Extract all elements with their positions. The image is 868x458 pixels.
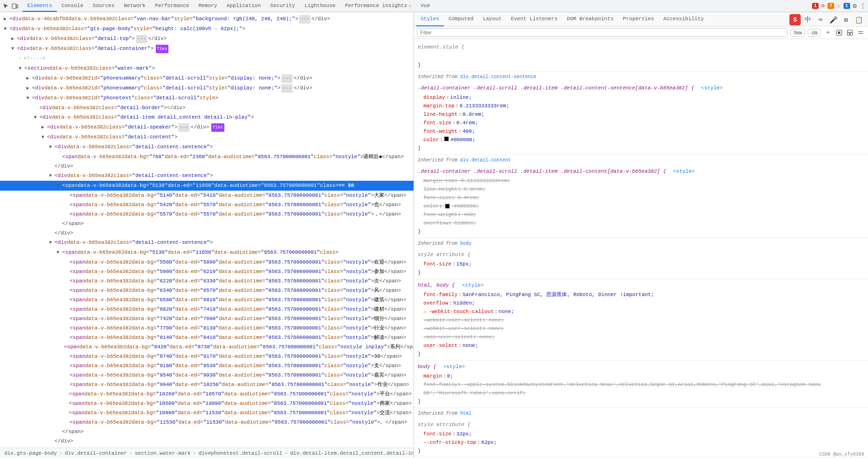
- add-style-icon[interactable]: +: [823, 28, 833, 37]
- expand-triangle[interactable]: ▶: [26, 74, 32, 83]
- html-line[interactable]: <span data-v-b65ea382 data-bg="5570" dat…: [0, 209, 414, 219]
- tab-network[interactable]: Network: [119, 0, 150, 12]
- toggle-icon[interactable]: [856, 28, 865, 37]
- html-line[interactable]: ▶ <div data-v-b65ea382 class="detail-spe…: [0, 122, 414, 132]
- html-line[interactable]: <span data-v-b65ea382 data-bg="10900" da…: [0, 408, 414, 418]
- html-line[interactable]: <span data-v-b65ea382 data-bg="6820" dat…: [0, 305, 414, 314]
- html-line[interactable]: <span data-v-b65ea382 data-bg="9540" dat…: [0, 370, 414, 380]
- styles-filter-input[interactable]: [417, 28, 788, 37]
- html-line[interactable]: ▶ <div data-v-b65ea382 class="detail-top…: [0, 34, 414, 44]
- html-line[interactable]: ▼ <div data-v-b65ea382 id="phonetext" cl…: [0, 93, 414, 103]
- expand-triangle[interactable]: ▼: [56, 182, 62, 190]
- html-line[interactable]: </div>: [0, 228, 414, 238]
- device-toggle-icon[interactable]: [11, 2, 19, 10]
- breadcrumb-item[interactable]: div#phonetext.detail-scroll: [197, 450, 284, 457]
- html-line[interactable]: <div data-v-b65ea382 class="detail-borde…: [0, 103, 414, 112]
- expand-badge[interactable]: ···: [136, 35, 147, 43]
- html-line[interactable]: <span data-v-b65ea382 data-bg="6340" dat…: [0, 286, 414, 295]
- keyboard-icon[interactable]: ⌨: [815, 14, 826, 25]
- html-line[interactable]: ▼ <span data-v-b65ea382 data-bg="5130" d…: [0, 248, 414, 257]
- html-line[interactable]: <span data-v-b65ea382 data-bg="8140" dat…: [0, 333, 414, 342]
- tab-accessibility[interactable]: Accessibility: [659, 12, 709, 26]
- html-line[interactable]: ▶ <div data-v-46cabfb9 data-v-b65ea382 c…: [0, 14, 414, 24]
- expand-badge[interactable]: ···: [178, 123, 190, 132]
- html-line[interactable]: <span data-v-b65ea382 data-bg="5580" dat…: [0, 257, 414, 267]
- html-line[interactable]: </div>: [0, 161, 414, 171]
- tab-event-listeners[interactable]: Event Listeners: [506, 12, 562, 26]
- tab-properties[interactable]: Properties: [618, 12, 659, 26]
- html-line[interactable]: ▶ <div data-v-b65ea382 id="phonesummary"…: [0, 83, 414, 93]
- html-line[interactable]: </div>: [0, 436, 414, 446]
- expand-badge[interactable]: ···: [299, 15, 311, 24]
- html-line[interactable]: </span>: [0, 219, 414, 228]
- html-line[interactable]: ▼ <div data-v-b65ea382 class="gts-page-b…: [0, 24, 414, 34]
- expand-triangle[interactable]: ▶: [4, 15, 9, 24]
- tab-application[interactable]: Application: [222, 0, 266, 12]
- html-line-selected[interactable]: ▼ <span data-v-b65ea382 data-bg="5130" d…: [0, 181, 414, 191]
- html-line[interactable]: <span data-v-b65ea382 data-bg="8740" dat…: [0, 352, 414, 361]
- html-line[interactable]: <span data-v-b65ea382 data-bg="10580" da…: [0, 399, 414, 408]
- tab-vue[interactable]: Vue: [416, 0, 435, 12]
- tab-layout[interactable]: Layout: [478, 12, 506, 26]
- html-line[interactable]: <span data-v-b65ea382 data-bg="6220" dat…: [0, 276, 414, 286]
- tab-security[interactable]: Security: [265, 0, 300, 12]
- breadcrumb-item[interactable]: div.detail-item.detail_content.detail-in…: [289, 450, 414, 457]
- elements-view[interactable]: ▶ <div data-v-46cabfb9 data-v-b65ea382 c…: [0, 12, 414, 448]
- tab-styles[interactable]: Styles: [416, 12, 444, 26]
- html-line[interactable]: ▶ <div data-v-b65ea382 id="phonesummary"…: [0, 73, 414, 83]
- html-line[interactable]: <span data-v-b65ea382 data-bg="9180" dat…: [0, 361, 414, 370]
- expand-triangle[interactable]: ▶: [11, 35, 17, 43]
- expand-triangle[interactable]: ▼: [26, 94, 32, 103]
- html-line[interactable]: <span data-v-b65ea382 data-bg="788" data…: [0, 152, 414, 161]
- element-state-icon[interactable]: [834, 28, 844, 37]
- expand-triangle[interactable]: ▼: [4, 25, 9, 33]
- html-line[interactable]: ▼ <div data-v-b65ea382 class="detail-con…: [0, 142, 414, 152]
- settings-icon[interactable]: ⚙: [853, 2, 857, 10]
- expand-triangle[interactable]: ▼: [49, 239, 55, 247]
- html-line[interactable]: <span data-v-b65ea382 data-bg="5900" dat…: [0, 267, 414, 276]
- tab-lighthouse[interactable]: Lighthouse: [300, 0, 340, 12]
- hov-button[interactable]: :hov: [790, 29, 805, 37]
- expand-badge[interactable]: ···: [281, 74, 293, 83]
- html-line[interactable]: <span data-v-b65ea382 data-bg="7700" dat…: [0, 323, 414, 333]
- html-line[interactable]: <span data-v-b65ea382 data-bg="7420" dat…: [0, 314, 414, 323]
- html-line[interactable]: <span data-v-b65ea382 data-bg="11530" da…: [0, 418, 414, 427]
- html-line[interactable]: ▼ <section data-v-b65ea382 class="water-…: [0, 64, 414, 73]
- expand-triangle[interactable]: ▼: [19, 64, 24, 73]
- html-line[interactable]: <span data-v-b65ea382 data-bg="5140" dat…: [0, 191, 414, 200]
- expand-triangle[interactable]: ▼: [56, 249, 62, 257]
- html-line[interactable]: ▼ <div data-v-b65ea382 class="detail-ite…: [0, 112, 414, 122]
- expand-triangle[interactable]: ▼: [11, 45, 17, 53]
- html-line[interactable]: · <!---->: [0, 54, 414, 64]
- html-line[interactable]: </span>: [0, 427, 414, 436]
- html-line[interactable]: <span data-v-b65ea382 data-bg="5420" dat…: [0, 200, 414, 209]
- chinese-input-icon[interactable]: 中: [802, 14, 813, 25]
- html-line[interactable]: ▼ <div data-v-b65ea382 class="detail-con…: [0, 238, 414, 248]
- color-swatch[interactable]: [445, 204, 450, 209]
- tab-performance-insights[interactable]: Performance insights ⚠: [340, 0, 416, 12]
- inspect-icon[interactable]: [2, 2, 9, 10]
- tab-dom-breakpoints[interactable]: DOM Breakpoints: [562, 12, 618, 26]
- html-line[interactable]: <span data-v-b65ea382 data-bg="6580" dat…: [0, 295, 414, 305]
- expand-triangle[interactable]: ▼: [49, 172, 55, 180]
- html-line[interactable]: <span data-v-b65ea382 data-bg="10260" da…: [0, 389, 414, 399]
- breadcrumb-item[interactable]: div.detail-container: [64, 450, 128, 457]
- html-line[interactable]: ▼ <div data-v-b65ea382 class="detail-con…: [0, 132, 414, 142]
- tab-performance[interactable]: Performance: [150, 0, 194, 12]
- styles-layout-icon[interactable]: [845, 28, 854, 37]
- html-line[interactable]: ▼ <div data-v-b65ea382 class="detail-con…: [0, 171, 414, 181]
- clipboard-icon[interactable]: 📋: [853, 14, 864, 25]
- expand-badge[interactable]: ···: [281, 84, 293, 93]
- tab-memory[interactable]: Memory: [194, 0, 222, 12]
- tab-computed[interactable]: Computed: [444, 12, 478, 26]
- grid-icon[interactable]: ⊞: [840, 14, 852, 25]
- tab-elements[interactable]: Elements: [23, 0, 57, 12]
- breadcrumb-item[interactable]: section.water-mark: [133, 450, 192, 457]
- cls-button[interactable]: .cls: [808, 29, 820, 37]
- html-line[interactable]: ▼ <div data-v-b65ea382 class="detail-con…: [0, 44, 414, 54]
- html-line[interactable]: <span data-v-b65ea382 data-bg="9940" dat…: [0, 380, 414, 389]
- expand-triangle[interactable]: ▶: [41, 123, 47, 132]
- html-line[interactable]: <span data-v-b65ea382 data-bg="8420" dat…: [0, 342, 414, 352]
- breadcrumb-item[interactable]: div.gts-page-body: [3, 450, 58, 457]
- mic-icon[interactable]: 🎤: [828, 14, 839, 25]
